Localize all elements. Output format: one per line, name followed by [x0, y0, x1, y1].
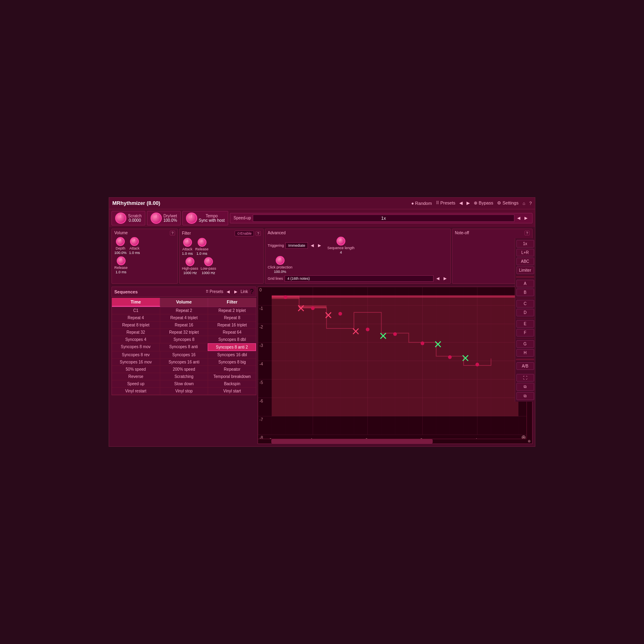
list-item[interactable]: Repeat 32: [112, 329, 160, 336]
side-btn-paste[interactable]: ⧉: [516, 392, 534, 400]
grid-prev-btn[interactable]: ◀: [435, 276, 441, 281]
side-btn-f[interactable]: F: [516, 329, 534, 336]
side-btn-g[interactable]: G: [516, 340, 534, 348]
list-item[interactable]: Syncopes 8: [160, 336, 208, 343]
vol-release-knob[interactable]: [117, 256, 126, 265]
nav-prev-btn[interactable]: ◀: [459, 200, 462, 206]
scratch-knob[interactable]: [115, 213, 126, 224]
col-header-volume[interactable]: Volume: [160, 298, 208, 307]
noteoff-help-btn[interactable]: ?: [524, 231, 530, 235]
list-item[interactable]: Syncopes 8 anti 2: [208, 343, 256, 351]
svg-point-40: [421, 341, 424, 345]
list-item[interactable]: 200% speed: [160, 366, 208, 373]
triggering-next-btn[interactable]: ▶: [317, 243, 322, 248]
triggering-prev-btn[interactable]: ◀: [310, 243, 315, 248]
side-btn-c[interactable]: C: [516, 300, 534, 308]
side-btn-abc[interactable]: ABC: [516, 258, 534, 265]
seq-length-knob[interactable]: [336, 237, 345, 246]
list-item[interactable]: Vinyl stop: [160, 388, 208, 394]
bypass-btn[interactable]: ⊕ Bypass: [474, 200, 493, 206]
side-btn-copy[interactable]: ⧉: [516, 383, 534, 391]
list-item[interactable]: Repeator: [208, 366, 256, 373]
list-item[interactable]: Repeat 16: [160, 322, 208, 328]
lowpass-knob[interactable]: [204, 257, 213, 266]
grid-lines-label: Grid lines: [268, 277, 283, 281]
graph-hscrollbar[interactable]: [258, 439, 526, 444]
speed-prev-btn[interactable]: ◀: [516, 215, 522, 221]
list-item[interactable]: Temporal breakdown: [208, 373, 256, 380]
main-area: Volume ? Depth 100.0% Attack 1.0 ms: [109, 227, 535, 447]
side-btn-h[interactable]: H: [516, 349, 534, 357]
list-item[interactable]: Syncopes 4: [112, 336, 160, 343]
list-item[interactable]: Syncopes 16 anti: [160, 359, 208, 365]
help-btn[interactable]: ?: [529, 201, 532, 206]
random-btn[interactable]: ● Random: [411, 201, 432, 206]
list-item[interactable]: 50% speed: [112, 366, 160, 373]
side-btn-limiter[interactable]: Limiter: [516, 266, 534, 274]
list-item[interactable]: Repeat 16 triplet: [208, 322, 256, 328]
vol-attack-value: 1.0 ms: [129, 251, 140, 255]
list-item[interactable]: Slow down: [160, 380, 208, 387]
side-btn-ab[interactable]: A/B: [516, 362, 534, 370]
list-item[interactable]: Syncopes 8 rev: [112, 351, 160, 358]
highpass-knob[interactable]: [186, 257, 194, 266]
volume-help-btn[interactable]: ?: [170, 231, 175, 235]
list-item[interactable]: Repeat 2: [160, 307, 208, 314]
settings-btn[interactable]: ⚙ Settings: [497, 200, 518, 206]
list-item[interactable]: Repeat 32 triplet: [160, 329, 208, 336]
list-item[interactable]: Syncopes 16 mov: [112, 359, 160, 365]
side-btn-1x[interactable]: 1x: [516, 240, 534, 248]
filter-enable-btn[interactable]: ⊙Enable: [235, 231, 254, 236]
side-btn-e[interactable]: E: [516, 320, 534, 328]
depth-knob[interactable]: [116, 237, 125, 246]
list-item[interactable]: Syncopes 8 mov: [112, 343, 160, 351]
table-row: Repeat 8 tripletRepeat 16Repeat 16 tripl…: [112, 322, 256, 329]
list-item[interactable]: Syncopes 8 big: [208, 359, 256, 365]
seq-presets-btn[interactable]: ⠿ Presets: [206, 289, 223, 294]
col-header-time[interactable]: Time: [112, 298, 160, 307]
seq-help-btn[interactable]: ?: [250, 288, 254, 295]
presets-btn[interactable]: ⠿ Presets: [436, 200, 455, 206]
list-item[interactable]: Reverse: [112, 373, 160, 380]
list-item[interactable]: Repeat 4 triplet: [160, 314, 208, 321]
lowpass-knob-item: Low-pass 1000 Hz: [201, 257, 217, 275]
drywet-label: Dry/wet: [163, 214, 177, 218]
nav-next-btn[interactable]: ▶: [466, 200, 470, 206]
list-item[interactable]: Vinyl restart: [112, 388, 160, 394]
list-item[interactable]: Repeat 4: [112, 314, 160, 321]
tempo-knob[interactable]: [186, 213, 197, 224]
grid-next-btn[interactable]: ▶: [442, 276, 448, 281]
list-item[interactable]: Repeat 8 triplet: [112, 322, 160, 328]
list-item[interactable]: Syncopes 8 anti: [160, 343, 208, 351]
side-btn-expand[interactable]: ⛶: [516, 374, 534, 382]
seq-prev-btn[interactable]: ◀: [225, 289, 231, 294]
seq-link-btn[interactable]: Link: [241, 289, 248, 294]
list-item[interactable]: Vinyl start: [208, 388, 256, 394]
list-item[interactable]: Repeat 8: [208, 314, 256, 321]
list-item[interactable]: Syncopes 8 dbl: [208, 336, 256, 343]
list-item[interactable]: C1: [112, 307, 160, 314]
side-btn-d[interactable]: D: [516, 309, 534, 316]
col-header-filter[interactable]: Filter: [208, 298, 256, 307]
filter-help-btn[interactable]: ?: [256, 231, 261, 236]
click-protect-knob[interactable]: [276, 256, 285, 265]
side-btn-a[interactable]: A: [516, 280, 534, 287]
list-item[interactable]: Syncopes 16 dbl: [208, 351, 256, 358]
side-btn-lr[interactable]: L+R: [516, 249, 534, 256]
list-item[interactable]: Scratching: [160, 373, 208, 380]
filter-release-knob[interactable]: [198, 238, 206, 247]
list-item[interactable]: Repeat 2 triplet: [208, 307, 256, 314]
seq-next-btn[interactable]: ▶: [233, 289, 239, 294]
home-btn[interactable]: ⌂: [522, 201, 525, 206]
drywet-knob[interactable]: [151, 213, 162, 224]
filter-attack-knob[interactable]: [183, 238, 192, 247]
list-item[interactable]: Backspin: [208, 380, 256, 387]
svg-text:0: 0: [259, 288, 262, 292]
list-item[interactable]: Syncopes 16: [160, 351, 208, 358]
vol-attack-knob[interactable]: [130, 237, 139, 246]
side-btn-b[interactable]: B: [516, 289, 534, 296]
list-item[interactable]: Speed up: [112, 380, 160, 387]
table-row: Syncopes 4Syncopes 8Syncopes 8 dbl: [112, 336, 256, 343]
speed-next-btn[interactable]: ▶: [523, 215, 529, 221]
list-item[interactable]: Repeat 64: [208, 329, 256, 336]
